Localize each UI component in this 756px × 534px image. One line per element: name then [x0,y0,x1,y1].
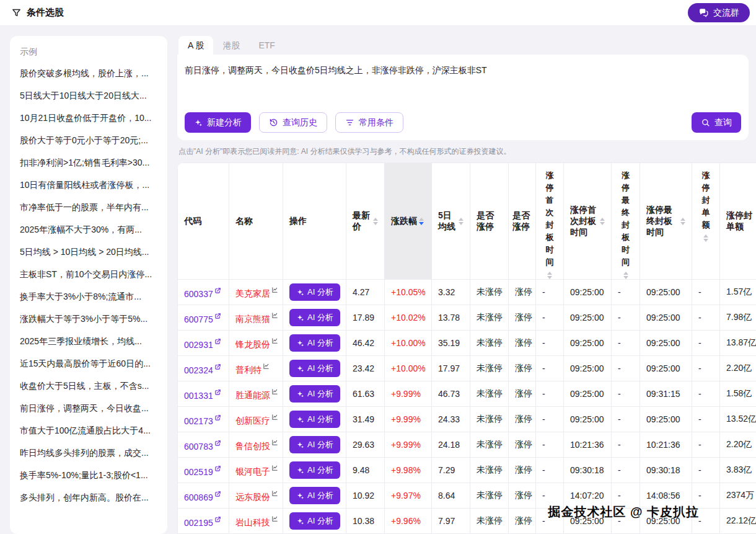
cell-seal_amount: 2.20亿 [720,356,756,381]
column-header-first_seal_sub[interactable]: 涨停首次封板时间 [536,163,564,280]
query-input[interactable]: 前日涨停，调整两天，今日收盘价5日均线之上，非涨停非跌停，沪深主板非ST [185,64,741,112]
stock-code-link[interactable]: 600337 [184,289,221,299]
sort-carets[interactable] [680,218,685,225]
query-history-button[interactable]: 查询历史 [259,112,327,133]
stock-code-link[interactable]: 600869 [184,492,221,502]
sidebar-example-item[interactable]: 多头排列，创年内新高。股价在... [19,487,159,509]
kline-chart-icon [271,489,278,499]
stock-name-link[interactable]: 银河电子 [235,466,278,476]
sidebar-example-item[interactable]: 近15天内最高股价等于近60日的... [19,353,159,375]
sidebar-example-item[interactable]: 主板非ST，前10个交易日内涨停... [19,264,159,286]
sidebar-example-item[interactable]: 市值大于100亿流通股占比大于4... [19,420,159,442]
sort-carets[interactable] [623,272,628,279]
tab-hk[interactable]: 港股 [213,36,249,55]
stock-name-link[interactable]: 岩山科技 [235,517,278,527]
search-button[interactable]: 查询 [692,112,741,133]
sort-asc-icon[interactable] [547,272,552,275]
sort-carets[interactable] [703,234,708,242]
sidebar-example-item[interactable]: 10日有倍量阳线柱或者涨停板，... [19,174,159,197]
sidebar-example-item[interactable]: 5日线大于10日线大于20日线大... [19,85,159,107]
sidebar-example-item[interactable]: 股价大于等于0元小于等于20元;... [19,130,159,152]
sort-desc-icon[interactable] [547,276,552,279]
stock-name-link[interactable]: 创新医疗 [235,416,278,425]
stock-name-link[interactable]: 胜通能源 [235,390,278,400]
sidebar-example-item[interactable]: 换手率5%-10%;量比1-3;股价<1... [19,465,159,487]
tab-etf[interactable]: ETF [249,36,284,55]
sparkle-icon [296,416,304,424]
sidebar-example-item[interactable]: 5日均线 > 10日均线 > 20日均线... [19,241,159,264]
ai-analysis-button[interactable]: AI 分析 [289,436,340,453]
column-header-seal_amount_sub[interactable]: 涨停封单额 [692,163,720,280]
column-header-change[interactable]: 涨跌幅 [385,163,432,280]
new-analysis-button[interactable]: 新建分析 [185,112,251,133]
sort-carets[interactable] [373,218,378,225]
kline-chart-icon [271,514,278,524]
stock-name-link[interactable]: 普利特 [235,365,270,375]
sort-carets[interactable] [547,272,552,279]
ai-analysis-button[interactable]: AI 分析 [289,461,340,479]
stock-code-link[interactable]: 002519 [184,467,221,477]
sidebar-example-item[interactable]: 2025年三季报业绩增长，均线... [19,331,159,353]
column-header-name: 名称 [229,163,283,280]
sort-desc-icon[interactable] [459,222,464,225]
sidebar-example-item[interactable]: 涨跌幅大于等于3%小于等于5%... [19,308,159,331]
stock-code-link[interactable]: 002324 [184,365,221,375]
ai-analysis-button[interactable]: AI 分析 [289,283,340,301]
sort-desc-icon[interactable] [680,222,685,225]
sort-desc-icon[interactable] [623,276,628,279]
stock-code-link[interactable]: 002931 [184,340,221,350]
stock-code-link[interactable]: 001331 [184,391,221,401]
tab-a-share[interactable]: A 股 [178,36,213,55]
column-header-final_seal[interactable]: 涨停最终封板时间 [640,163,692,280]
stock-code-link[interactable]: 002173 [184,416,221,426]
sort-asc-icon[interactable] [459,218,464,221]
sort-asc-icon[interactable] [419,218,424,221]
ai-analysis-button[interactable]: AI 分析 [289,411,340,428]
sort-asc-icon[interactable] [600,218,605,221]
ai-analysis-button[interactable]: AI 分析 [289,487,340,504]
cell-action: AI 分析 [283,381,346,407]
community-group-button[interactable]: 交流群 [688,3,750,22]
cell-first_seal: 09:25:00 [564,305,612,331]
external-link-icon [214,286,221,296]
ai-analysis-button[interactable]: AI 分析 [289,360,340,377]
sort-asc-icon[interactable] [373,218,378,221]
stock-name-link[interactable]: 锋龙股份 [235,339,278,349]
sidebar-example-item[interactable]: 10月21日收盘价低于开盘价，10... [19,107,159,130]
ai-analysis-button[interactable]: AI 分析 [289,309,340,326]
common-conditions-button[interactable]: 常用条件 [335,112,403,133]
stock-name-link[interactable]: 鲁信创投 [235,441,278,451]
ai-analysis-button[interactable]: AI 分析 [289,334,340,352]
sort-carets[interactable] [419,218,424,225]
sort-carets[interactable] [600,218,605,225]
sidebar-example-item[interactable]: 市净率低于一的股票，半年内有... [19,197,159,219]
column-header-price[interactable]: 最新价 [346,163,385,280]
sidebar-example-item[interactable]: 昨日均线多头排列的股票，成交... [19,442,159,465]
stock-name-link[interactable]: 美克家居 [235,288,278,298]
sidebar-example-item[interactable]: 换手率大于3%小于8%;流通市... [19,286,159,308]
sort-desc-icon[interactable] [419,222,424,225]
sidebar-example-item[interactable]: 扣非净利润>1亿;销售毛利率>30... [19,152,159,174]
sort-desc-icon[interactable] [373,222,378,225]
column-header-seal_amount[interactable]: 涨停封单额 [720,163,756,280]
sort-asc-icon[interactable] [703,234,708,238]
stock-code-link[interactable]: 600783 [184,442,221,452]
sidebar-example-item[interactable]: 股价突破多根均线，股价上涨，... [19,63,159,85]
sort-desc-icon[interactable] [600,222,605,225]
stock-code-link[interactable]: 600775 [184,314,221,324]
ai-analysis-button[interactable]: AI 分析 [289,385,340,403]
stock-code-link[interactable]: 002195 [184,518,221,528]
sidebar-example-item[interactable]: 前日涨停，调整两天，今日收盘... [19,398,159,420]
sidebar-example-item[interactable]: 收盘价大于5日线，主板，不含s... [19,375,159,398]
ai-analysis-button[interactable]: AI 分析 [289,512,340,530]
sort-desc-icon[interactable] [703,239,708,242]
stock-name-link[interactable]: 远东股份 [235,492,278,502]
column-header-first_seal[interactable]: 涨停首次封板时间 [564,163,612,280]
sort-carets[interactable] [459,218,464,225]
stock-name-link[interactable]: 南京熊猫 [235,314,278,324]
sort-asc-icon[interactable] [623,272,628,275]
column-header-ma5[interactable]: 5日均线 [432,163,470,280]
sidebar-example-item[interactable]: 2025年涨幅不大于30%，有两... [19,219,159,241]
sort-asc-icon[interactable] [680,218,685,221]
column-header-final_seal_sub[interactable]: 涨停最终封板时间 [612,163,640,280]
